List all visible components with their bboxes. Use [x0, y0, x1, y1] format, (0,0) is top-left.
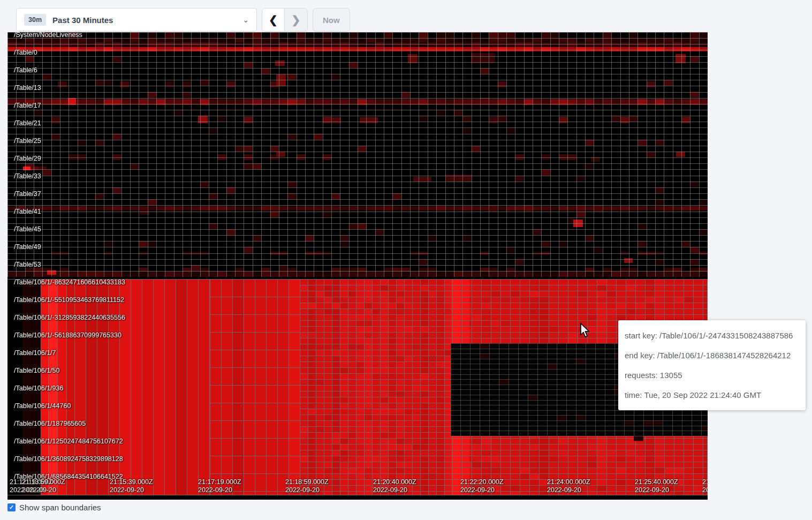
tooltip-requests: requests: 13055	[625, 365, 799, 385]
span-boundaries-row: ✓ Show span boundaries	[7, 503, 101, 512]
key-visualizer-heatmap[interactable]	[7, 32, 708, 500]
tooltip-start-key: start key: /Table/106/1/-247433150824388…	[625, 326, 799, 345]
cell-tooltip: start key: /Table/106/1/-247433150824388…	[618, 320, 806, 410]
time-range-select[interactable]: 30m Past 30 Minutes ⌄	[16, 8, 257, 32]
chevron-down-icon: ⌄	[242, 16, 249, 24]
now-button[interactable]: Now	[313, 8, 350, 32]
tooltip-time: time: Tue, 20 Sep 2022 21:24:40 GMT	[625, 385, 799, 405]
show-span-boundaries-label: Show span boundaries	[19, 503, 101, 512]
tooltip-end-key: end key: /Table/106/1/-18683814745282642…	[625, 345, 799, 365]
key-visualizer: /System/NodeLiveness/Table/0/Table/6/Tab…	[7, 32, 708, 500]
time-range-badge: 30m	[24, 14, 46, 26]
next-time-button[interactable]: ❯	[285, 9, 307, 31]
toolbar: 30m Past 30 Minutes ⌄ ❮ ❯ Now	[0, 0, 812, 32]
time-range-label: Past 30 Minutes	[52, 16, 242, 25]
prev-time-button[interactable]: ❮	[262, 9, 285, 31]
time-nav-group: ❮ ❯	[262, 8, 308, 32]
show-span-boundaries-checkbox[interactable]: ✓	[7, 503, 16, 511]
